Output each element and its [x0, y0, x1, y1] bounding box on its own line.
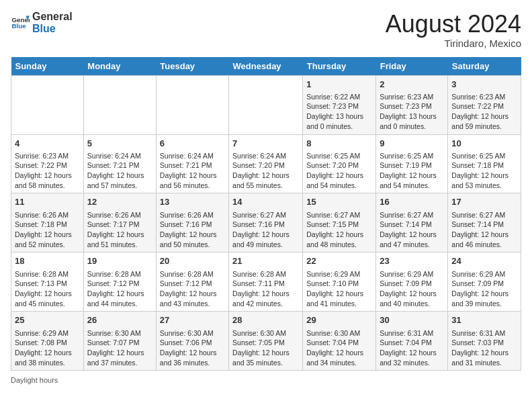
- calendar-cell: 3Sunrise: 6:23 AM Sunset: 7:22 PM Daylig…: [448, 75, 521, 134]
- calendar-cell: 24Sunrise: 6:29 AM Sunset: 7:09 PM Dayli…: [448, 253, 521, 312]
- day-header-monday: Monday: [83, 57, 156, 76]
- day-info: Sunrise: 6:29 AM Sunset: 7:09 PM Dayligh…: [451, 269, 517, 309]
- calendar-cell: 1Sunrise: 6:22 AM Sunset: 7:23 PM Daylig…: [303, 75, 376, 134]
- day-number: 10: [451, 138, 517, 150]
- day-info: Sunrise: 6:23 AM Sunset: 7:23 PM Dayligh…: [380, 92, 444, 132]
- day-info: Sunrise: 6:25 AM Sunset: 7:19 PM Dayligh…: [380, 151, 444, 191]
- day-number: 7: [232, 138, 299, 150]
- calendar-cell: 30Sunrise: 6:31 AM Sunset: 7:04 PM Dayli…: [376, 312, 448, 371]
- calendar-cell: 14Sunrise: 6:27 AM Sunset: 7:16 PM Dayli…: [229, 193, 303, 253]
- calendar-cell: 7Sunrise: 6:24 AM Sunset: 7:20 PM Daylig…: [229, 134, 303, 193]
- day-number: 27: [160, 314, 225, 326]
- calendar-cell: 17Sunrise: 6:27 AM Sunset: 7:14 PM Dayli…: [448, 193, 521, 253]
- day-number: 17: [451, 196, 517, 208]
- page-header: General Blue General Blue August 2024 Ti…: [11, 11, 521, 49]
- day-info: Sunrise: 6:25 AM Sunset: 7:20 PM Dayligh…: [306, 151, 372, 191]
- calendar-cell: 12Sunrise: 6:26 AM Sunset: 7:17 PM Dayli…: [83, 193, 156, 253]
- calendar-cell: 23Sunrise: 6:29 AM Sunset: 7:09 PM Dayli…: [376, 253, 448, 312]
- day-number: 26: [87, 314, 152, 326]
- footer: Daylight hours: [11, 376, 521, 384]
- day-number: 5: [87, 138, 152, 150]
- day-number: 31: [451, 314, 517, 326]
- day-info: Sunrise: 6:30 AM Sunset: 7:06 PM Dayligh…: [160, 328, 225, 368]
- day-info: Sunrise: 6:30 AM Sunset: 7:05 PM Dayligh…: [232, 328, 299, 368]
- calendar-cell: 25Sunrise: 6:29 AM Sunset: 7:08 PM Dayli…: [11, 312, 84, 371]
- week-row-5: 25Sunrise: 6:29 AM Sunset: 7:08 PM Dayli…: [11, 312, 521, 371]
- calendar-cell: 8Sunrise: 6:25 AM Sunset: 7:20 PM Daylig…: [303, 134, 376, 193]
- day-number: 20: [160, 255, 225, 267]
- day-info: Sunrise: 6:24 AM Sunset: 7:21 PM Dayligh…: [87, 151, 152, 191]
- day-number: 14: [232, 196, 299, 208]
- day-number: 24: [451, 255, 517, 267]
- day-info: Sunrise: 6:26 AM Sunset: 7:18 PM Dayligh…: [15, 210, 80, 250]
- day-number: 3: [451, 79, 517, 91]
- calendar-cell: 2Sunrise: 6:23 AM Sunset: 7:23 PM Daylig…: [376, 75, 448, 134]
- day-header-sunday: Sunday: [11, 57, 84, 76]
- day-info: Sunrise: 6:27 AM Sunset: 7:16 PM Dayligh…: [232, 210, 299, 250]
- calendar-cell: [11, 75, 84, 134]
- logo: General Blue General Blue: [11, 11, 73, 34]
- day-info: Sunrise: 6:31 AM Sunset: 7:04 PM Dayligh…: [380, 328, 444, 368]
- week-row-4: 18Sunrise: 6:28 AM Sunset: 7:13 PM Dayli…: [11, 253, 521, 312]
- calendar-cell: 4Sunrise: 6:23 AM Sunset: 7:22 PM Daylig…: [11, 134, 84, 193]
- day-info: Sunrise: 6:27 AM Sunset: 7:15 PM Dayligh…: [306, 210, 372, 250]
- day-number: 4: [15, 138, 80, 150]
- week-row-3: 11Sunrise: 6:26 AM Sunset: 7:18 PM Dayli…: [11, 193, 521, 253]
- day-info: Sunrise: 6:29 AM Sunset: 7:10 PM Dayligh…: [306, 269, 372, 309]
- day-header-wednesday: Wednesday: [229, 57, 303, 76]
- day-info: Sunrise: 6:23 AM Sunset: 7:22 PM Dayligh…: [451, 92, 517, 132]
- calendar-cell: 29Sunrise: 6:30 AM Sunset: 7:04 PM Dayli…: [303, 312, 376, 371]
- day-number: 19: [87, 255, 152, 267]
- day-info: Sunrise: 6:28 AM Sunset: 7:12 PM Dayligh…: [87, 269, 152, 309]
- day-number: 23: [380, 255, 444, 267]
- week-row-1: 1Sunrise: 6:22 AM Sunset: 7:23 PM Daylig…: [11, 75, 521, 134]
- logo-general: General: [32, 11, 73, 22]
- week-row-2: 4Sunrise: 6:23 AM Sunset: 7:22 PM Daylig…: [11, 134, 521, 193]
- day-number: 16: [380, 196, 444, 208]
- day-info: Sunrise: 6:24 AM Sunset: 7:20 PM Dayligh…: [232, 151, 299, 191]
- day-number: 25: [15, 314, 80, 326]
- calendar-cell: [83, 75, 156, 134]
- day-number: 28: [232, 314, 299, 326]
- day-number: 2: [380, 79, 444, 91]
- day-info: Sunrise: 6:30 AM Sunset: 7:04 PM Dayligh…: [306, 328, 372, 368]
- day-number: 6: [160, 138, 225, 150]
- calendar-table: SundayMondayTuesdayWednesdayThursdayFrid…: [11, 57, 521, 371]
- day-number: 12: [87, 196, 152, 208]
- day-number: 9: [380, 138, 444, 150]
- location: Tirindaro, Mexico: [386, 38, 521, 49]
- day-number: 18: [15, 255, 80, 267]
- day-number: 8: [306, 138, 372, 150]
- day-info: Sunrise: 6:28 AM Sunset: 7:11 PM Dayligh…: [232, 269, 299, 309]
- calendar-cell: 16Sunrise: 6:27 AM Sunset: 7:14 PM Dayli…: [376, 193, 448, 253]
- calendar-cell: 18Sunrise: 6:28 AM Sunset: 7:13 PM Dayli…: [11, 253, 84, 312]
- calendar-cell: 10Sunrise: 6:25 AM Sunset: 7:18 PM Dayli…: [448, 134, 521, 193]
- calendar-cell: 5Sunrise: 6:24 AM Sunset: 7:21 PM Daylig…: [83, 134, 156, 193]
- calendar-cell: 21Sunrise: 6:28 AM Sunset: 7:11 PM Dayli…: [229, 253, 303, 312]
- calendar-cell: 28Sunrise: 6:30 AM Sunset: 7:05 PM Dayli…: [229, 312, 303, 371]
- month-year: August 2024: [386, 11, 521, 38]
- day-info: Sunrise: 6:24 AM Sunset: 7:21 PM Dayligh…: [160, 151, 225, 191]
- day-info: Sunrise: 6:28 AM Sunset: 7:13 PM Dayligh…: [15, 269, 80, 309]
- day-header-friday: Friday: [376, 57, 448, 76]
- day-info: Sunrise: 6:26 AM Sunset: 7:17 PM Dayligh…: [87, 210, 152, 250]
- day-header-tuesday: Tuesday: [156, 57, 228, 76]
- day-number: 29: [306, 314, 372, 326]
- calendar-cell: 13Sunrise: 6:26 AM Sunset: 7:16 PM Dayli…: [156, 193, 228, 253]
- calendar-cell: 15Sunrise: 6:27 AM Sunset: 7:15 PM Dayli…: [303, 193, 376, 253]
- day-header-thursday: Thursday: [303, 57, 376, 76]
- logo-blue: Blue: [32, 23, 73, 35]
- day-info: Sunrise: 6:28 AM Sunset: 7:12 PM Dayligh…: [160, 269, 225, 309]
- day-info: Sunrise: 6:26 AM Sunset: 7:16 PM Dayligh…: [160, 210, 225, 250]
- day-header-row: SundayMondayTuesdayWednesdayThursdayFrid…: [11, 57, 521, 76]
- daylight-label: Daylight hours: [11, 376, 58, 384]
- day-info: Sunrise: 6:31 AM Sunset: 7:03 PM Dayligh…: [451, 328, 517, 368]
- day-number: 1: [306, 79, 372, 91]
- day-info: Sunrise: 6:27 AM Sunset: 7:14 PM Dayligh…: [380, 210, 444, 250]
- calendar-cell: 22Sunrise: 6:29 AM Sunset: 7:10 PM Dayli…: [303, 253, 376, 312]
- day-header-saturday: Saturday: [448, 57, 521, 76]
- day-number: 30: [380, 314, 444, 326]
- day-info: Sunrise: 6:22 AM Sunset: 7:23 PM Dayligh…: [306, 92, 372, 132]
- day-number: 13: [160, 196, 225, 208]
- day-info: Sunrise: 6:27 AM Sunset: 7:14 PM Dayligh…: [451, 210, 517, 250]
